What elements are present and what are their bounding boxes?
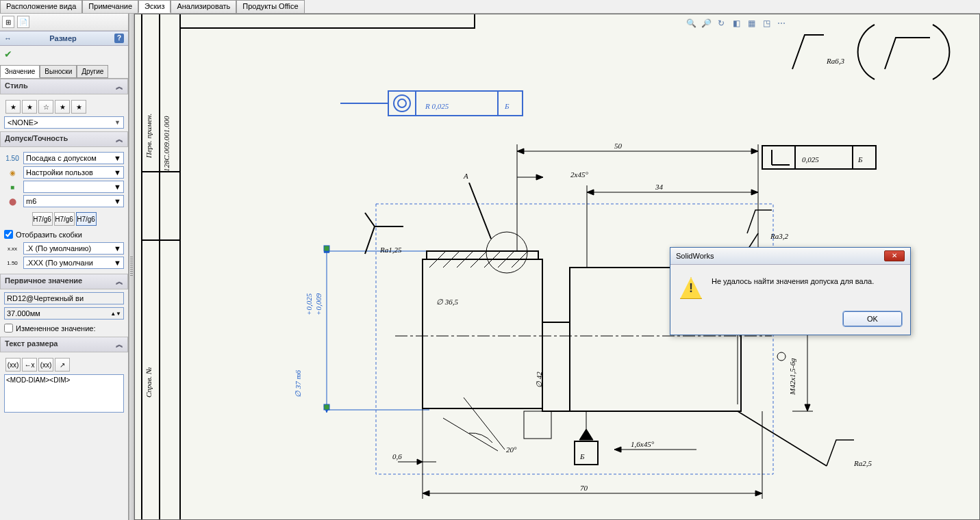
style-dropdown[interactable]: <NONE> ▼ — [4, 116, 124, 129]
dialog-titlebar[interactable]: SolidWorks ✕ — [670, 248, 910, 265]
dropdown-arrow-icon: ▼ — [114, 259, 121, 267]
show-brackets-checkbox[interactable] — [4, 230, 13, 239]
dimtext-btn-1[interactable]: (xx) — [5, 358, 21, 372]
fit-class-icon: ⬤ — [4, 195, 21, 207]
subtab-other[interactable]: Другие — [77, 65, 108, 78]
chamfer-16x45: 1,6x45° — [631, 440, 655, 448]
style-btn-3[interactable]: ☆ — [38, 100, 53, 114]
svg-rect-20 — [324, 246, 329, 251]
xxx-precision-value: .XXX (По умолчани — [26, 259, 93, 267]
xxx-precision-dropdown[interactable]: .XXX (По умолчани ▼ — [23, 257, 124, 269]
fit-display-btn-3[interactable]: H7/g6 — [76, 212, 97, 226]
svg-rect-54 — [853, 146, 876, 169]
style-btn-1[interactable]: ★ — [5, 100, 21, 114]
dialog-close-button[interactable]: ✕ — [884, 250, 905, 261]
fcf-r-value: R 0,025 — [425, 102, 449, 110]
selected-dim-text[interactable]: ∅ 37 m6 — [294, 370, 302, 398]
primary-name-field[interactable]: RD12@Чертежный ви — [4, 292, 124, 304]
tolerance-type-icon: 1.50 — [4, 152, 21, 164]
style-header[interactable]: Стиль ︽ — [0, 79, 128, 94]
hole-fit-icon: ◉ — [4, 166, 21, 179]
style-btn-4[interactable]: ★ — [55, 100, 70, 114]
ok-checkmark[interactable]: ✔ — [0, 46, 128, 62]
svg-line-76 — [738, 411, 827, 466]
drawing-canvas[interactable]: 🔍 🔎 ↻ ◧ ▦ ◳ ⋯ 128C.009.001.001 128С.009.… — [134, 14, 980, 520]
ra125-text: Ra1,25 — [379, 246, 402, 254]
datum-b: Б — [579, 452, 585, 460]
svg-line-70 — [464, 398, 505, 450]
svg-point-7 — [394, 95, 410, 112]
dimtext-btn-2[interactable]: ←x — [22, 358, 37, 372]
svg-line-38 — [469, 183, 491, 239]
show-brackets-label: Отобразить скобки — [16, 231, 82, 239]
dim-06: 0,6 — [392, 452, 402, 460]
style-btn-5[interactable]: ★ — [71, 100, 86, 114]
fit-display-btn-2[interactable]: H7/g6 — [54, 212, 75, 226]
tab-note[interactable]: Примечание — [82, 0, 138, 13]
top-menu-tabs: Расположение вида Примечание Эскиз Анали… — [0, 0, 980, 14]
dimtext-btn-4[interactable]: ↗ — [55, 358, 70, 372]
primary-value-field[interactable]: 37.000мм ▲▼ — [4, 307, 124, 320]
m6-dropdown[interactable]: m6 ▼ — [23, 195, 124, 207]
tol-precision-icon: 1.50 — [4, 257, 21, 269]
dialog-ok-button[interactable]: OK — [843, 311, 902, 326]
dimtext-header[interactable]: Текст размера ︽ — [0, 337, 128, 352]
tolerance-header[interactable]: Допуск/Точность ︽ — [0, 131, 128, 147]
blank-dropdown[interactable]: ▼ — [23, 181, 124, 193]
svg-marker-41 — [751, 148, 758, 154]
dim-50: 50 — [614, 142, 623, 150]
dropdown-arrow-icon: ▼ — [114, 168, 121, 177]
chamfer-2x45: 2x45° — [570, 170, 588, 179]
user-settings-value: Настройки пользов — [26, 168, 93, 177]
user-settings-dropdown[interactable]: Настройки пользов ▼ — [23, 166, 124, 179]
svg-rect-19 — [324, 404, 329, 410]
subtab-leaders[interactable]: Выноски — [40, 65, 77, 78]
tab-view-layout[interactable]: Расположение вида — [0, 0, 82, 13]
dropdown-arrow-icon: ▼ — [114, 244, 121, 252]
collapse-icon: ︽ — [116, 339, 123, 350]
dimtext-header-label: Текст размера — [5, 339, 58, 350]
thread-text: M42x1,5-6g — [788, 358, 796, 395]
changed-value-label: Измененное значение: — [16, 324, 96, 333]
dim-70: 70 — [580, 484, 588, 492]
panel-splitter[interactable] — [129, 14, 134, 520]
style-header-label: Стиль — [5, 81, 28, 92]
x-precision-dropdown[interactable]: .X (По умолчанию) ▼ — [23, 242, 124, 255]
svg-point-37 — [486, 232, 527, 273]
precision-icon: x.xx — [4, 242, 21, 255]
tab-sketch[interactable]: Эскиз — [138, 0, 171, 13]
fcf2-datum: Б — [857, 155, 863, 164]
dimtext-btn-3[interactable]: (xx) — [38, 358, 53, 372]
svg-rect-10 — [498, 91, 523, 116]
sub-tabs: Значение Выноски Другие — [0, 65, 128, 79]
fit-dropdown-value: Посадка с допуском — [26, 154, 97, 162]
svg-point-8 — [398, 99, 406, 107]
svg-rect-21 — [376, 204, 773, 474]
tab-office[interactable]: Продукты Office — [236, 0, 304, 13]
x-precision-value: .X (По умолчанию) — [26, 244, 91, 252]
fcf2-value: 0,025 — [802, 155, 819, 164]
spinner-icon[interactable]: ▲▼ — [110, 311, 121, 317]
warning-icon: ! — [680, 277, 702, 299]
primary-value-value: 37.000мм — [7, 309, 40, 317]
svg-marker-46 — [751, 190, 758, 195]
tab-analyze[interactable]: Анализировать — [171, 0, 236, 13]
dia-42: ∅ 42 — [535, 372, 543, 388]
m6-value: m6 — [26, 197, 36, 205]
primary-header[interactable]: Первичное значение ︽ — [0, 274, 128, 289]
changed-value-checkbox[interactable] — [4, 324, 13, 333]
svg-marker-40 — [517, 148, 524, 154]
help-button[interactable]: ? — [114, 34, 124, 43]
fit-display-btn-1[interactable]: H7/g6 — [32, 212, 53, 226]
subtab-value[interactable]: Значение — [0, 65, 40, 78]
partno-flipped: 128C.009.001.001 — [271, 14, 327, 16]
feature-manager-icon[interactable]: ⊞ — [2, 16, 14, 28]
datum-a-label: А — [463, 172, 468, 180]
fit-dropdown[interactable]: Посадка с допуском ▼ — [23, 152, 124, 164]
config-manager-icon[interactable]: 📄 — [17, 16, 29, 28]
svg-rect-33 — [524, 411, 551, 439]
collapse-icon: ︽ — [116, 134, 123, 144]
style-btn-2[interactable]: ★ — [22, 100, 37, 114]
dialog-title-text: SolidWorks — [676, 252, 714, 260]
dimtext-textarea[interactable]: <MOD-DIAM><DIM> — [4, 374, 124, 413]
